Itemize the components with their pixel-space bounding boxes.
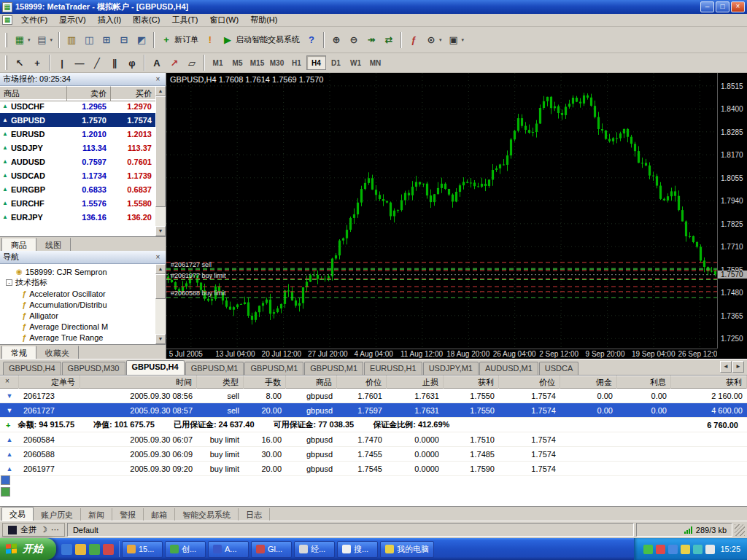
minimize-button[interactable]: –: [700, 1, 714, 12]
navigator-account-item[interactable]: ◉158999: CJR Sempron: [0, 266, 156, 277]
tray-icon[interactable]: [656, 545, 665, 554]
navigator-indicator-item[interactable]: ƒAverage True Range: [0, 332, 156, 343]
menu-item-insert[interactable]: 插入(I): [92, 13, 127, 27]
chart-tab[interactable]: GBPUSD,H4: [3, 362, 61, 375]
scrollbar-thumb[interactable]: [155, 274, 166, 299]
equidistant-channel-button[interactable]: ∥: [106, 54, 123, 71]
data-window-button[interactable]: ◫: [80, 31, 98, 49]
new-chart-button[interactable]: ▦▾: [11, 31, 34, 49]
ime-moon-icon[interactable]: ☽: [40, 525, 47, 534]
timeframe-h1-button[interactable]: H1: [287, 55, 306, 70]
periods-button[interactable]: ⊙▾: [422, 31, 445, 49]
tray-icon[interactable]: [705, 545, 715, 554]
trendline-button[interactable]: ╱: [88, 54, 106, 71]
chart-shift-button[interactable]: ⇄: [380, 31, 398, 49]
tray-icon[interactable]: [668, 545, 678, 554]
horizontal-line-button[interactable]: —: [71, 54, 88, 71]
new-order-button[interactable]: +新订单: [158, 31, 201, 49]
taskbar-task-3[interactable]: Gl...: [251, 541, 292, 558]
profile-field[interactable]: Default: [67, 523, 634, 537]
scroll-up-icon[interactable]: ▲: [155, 264, 166, 274]
quick-launch-icon[interactable]: [103, 544, 114, 555]
menu-item-view[interactable]: 显示(V): [53, 13, 92, 27]
quick-launch-icon[interactable]: [89, 544, 100, 555]
alert-button[interactable]: !: [201, 31, 219, 49]
tray-icon[interactable]: [681, 545, 690, 554]
terminal-close-icon[interactable]: ×: [3, 378, 12, 386]
resize-grip[interactable]: [735, 524, 745, 536]
chart-price-axis[interactable]: 1.85151.84001.82851.81701.80551.79401.78…: [717, 73, 747, 349]
navigator-scrollbar[interactable]: ▲ ▼: [155, 264, 166, 344]
terminal-column-header[interactable]: 商品: [286, 376, 337, 389]
market-watch-scrollbar[interactable]: ▲ ▼: [155, 86, 166, 236]
timeframe-h4-button[interactable]: H4: [306, 55, 326, 70]
taskbar-task-6[interactable]: 我的电脑: [380, 541, 434, 558]
menu-item-help[interactable]: 帮助(H): [244, 13, 283, 27]
order-row-2061727[interactable]: ▼20617272005.09.30 08:57sell20.00gbpusd1…: [0, 403, 747, 418]
menu-item-file[interactable]: 文件(F): [15, 13, 53, 27]
docked-ime-icon[interactable]: [1, 487, 10, 497]
timeframe-mn-button[interactable]: MN: [365, 55, 385, 70]
menu-item-window[interactable]: 窗口(W): [204, 13, 244, 27]
terminal-column-header[interactable]: 利息: [617, 376, 671, 389]
terminal-tab[interactable]: 交易: [1, 507, 34, 521]
terminal-column-header[interactable]: 获利: [671, 376, 747, 389]
timeframe-m5-button[interactable]: M5: [228, 55, 247, 70]
market-watch-row-usdchf[interactable]: ▲USDCHF1.29651.2970: [0, 99, 156, 113]
terminal-tab[interactable]: 警报: [112, 508, 144, 521]
taskbar-task-2[interactable]: A...: [208, 541, 249, 558]
cursor-button[interactable]: ↖: [11, 54, 28, 71]
expert-advisor-button[interactable]: ▶启动智能交易系统: [219, 31, 303, 49]
chart-tab[interactable]: GBPUSD,M1: [185, 362, 244, 375]
chart-tab[interactable]: USDJPY,M1: [423, 362, 479, 375]
start-button[interactable]: 开始: [0, 538, 56, 560]
market-watch-row-audusd[interactable]: ▲AUDUSD0.75970.7601: [0, 155, 156, 168]
chart-tab[interactable]: GBPUSD,M30: [62, 362, 125, 375]
terminal-column-header[interactable]: 佣金: [560, 376, 617, 389]
navigator-button[interactable]: ⊞: [98, 31, 115, 49]
order-row-2060588[interactable]: ▲20605882005.09.30 06:09buy limit30.00gb…: [0, 447, 747, 462]
vertical-line-button[interactable]: |: [53, 54, 71, 71]
terminal-column-header[interactable]: 价位: [337, 376, 387, 389]
scroll-left-icon[interactable]: ◄: [720, 361, 732, 373]
toolbar-grip[interactable]: [5, 55, 7, 70]
market-watch-row-eurjpy[interactable]: ▲EURJPY136.16136.20: [0, 210, 156, 224]
chart-plot[interactable]: #2061727 sell#2061977 buy limit#2060588 …: [166, 73, 717, 349]
market-watch-row-gbpusd[interactable]: ▲GBPUSD1.75701.7574: [0, 113, 156, 127]
navigator-indicator-item[interactable]: ƒAccelerator Oscillator: [0, 288, 156, 299]
terminal-column-header[interactable]: 定单号: [19, 376, 80, 389]
market-watch-row-usdjpy[interactable]: ▲USDJPY113.34113.37: [0, 141, 156, 155]
tray-icon[interactable]: [693, 545, 703, 554]
market-watch-column-header[interactable]: 卖价: [67, 86, 111, 101]
chart-time-axis[interactable]: 5 Jul 200513 Jul 04:0020 Jul 12:0027 Jul…: [166, 349, 717, 359]
candlestick-chart[interactable]: #2061727 sell#2061977 buy limit#2060588 …: [166, 73, 717, 349]
shapes-button[interactable]: ▱: [183, 54, 201, 71]
close-icon[interactable]: ×: [153, 253, 163, 261]
close-button[interactable]: ×: [731, 1, 745, 12]
quick-launch-icon[interactable]: [75, 544, 86, 555]
market-watch-button[interactable]: ▥: [63, 31, 80, 49]
crosshair-button[interactable]: +: [28, 54, 46, 71]
market-watch-titlebar[interactable]: 市场报价: 09:25:34 ×: [0, 73, 166, 86]
ime-more-icon[interactable]: ⋯: [51, 525, 59, 534]
navigator-titlebar[interactable]: 导航 ×: [0, 251, 166, 264]
terminal-column-header[interactable]: 手数: [244, 376, 286, 389]
navigator-indicator-item[interactable]: ƒAverage Directional M: [0, 321, 156, 332]
taskbar-task-1[interactable]: 创...: [165, 541, 206, 558]
timeframe-m30-button[interactable]: M30: [267, 55, 287, 70]
scrollbar-thumb[interactable]: [155, 96, 166, 207]
taskbar-task-0[interactable]: 15...: [122, 541, 163, 558]
help-button[interactable]: ?: [303, 31, 320, 49]
terminal-column-header[interactable]: 价位: [499, 376, 560, 389]
chart-tab[interactable]: GBPUSD,H4: [126, 360, 185, 375]
scroll-down-icon[interactable]: ▼: [155, 334, 166, 344]
terminal-column-header[interactable]: 获利: [444, 376, 499, 389]
strategy-tester-button[interactable]: ◩: [133, 31, 150, 49]
templates-button[interactable]: ▣▾: [445, 31, 468, 49]
timeframe-w1-button[interactable]: W1: [346, 55, 365, 70]
terminal-tab[interactable]: 新闻: [81, 508, 112, 521]
terminal-column-header[interactable]: 类型: [197, 376, 244, 389]
zoom-in-button[interactable]: ⊕: [328, 31, 345, 49]
chart-tab[interactable]: EURUSD,H1: [364, 362, 422, 375]
chart-tab[interactable]: USDCA: [539, 362, 579, 375]
